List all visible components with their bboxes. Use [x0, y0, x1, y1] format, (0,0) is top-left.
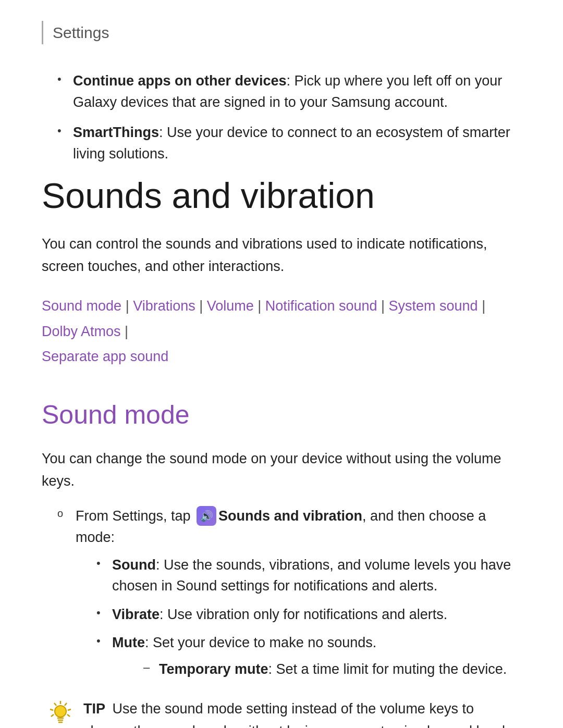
- svg-line-6: [54, 703, 56, 706]
- nav-link-system-sound[interactable]: System sound: [389, 298, 478, 314]
- nav-separator: |: [121, 324, 129, 339]
- nav-separator: |: [478, 298, 486, 314]
- bullet-text: : Use vibration only for notifications a…: [160, 607, 447, 622]
- bullet-label: SmartThings: [73, 125, 159, 140]
- page-container: Settings Continue apps on other devices:…: [0, 0, 563, 728]
- bullet-label: Vibrate: [112, 607, 160, 622]
- bullet-text: : Set your device to make no sounds.: [145, 635, 376, 650]
- inner-bullet-list: Sound: Use the sounds, vibrations, and v…: [76, 554, 521, 680]
- instruction-app-name: Sounds and vibration: [218, 508, 362, 524]
- nav-link-sound-mode[interactable]: Sound mode: [42, 298, 121, 314]
- main-section-description: You can control the sounds and vibration…: [42, 233, 521, 278]
- list-item: Vibrate: Use vibration only for notifica…: [96, 604, 521, 625]
- sounds-vibration-icon: [197, 506, 216, 526]
- list-item: Continue apps on other devices: Pick up …: [57, 70, 521, 113]
- circle-bullet-list: From Settings, tap Sounds and vibration,…: [42, 505, 521, 680]
- dash-label: Temporary mute: [159, 661, 268, 677]
- list-item: Mute: Set your device to make no sounds.…: [96, 632, 521, 680]
- instruction-prefix: From Settings, tap: [76, 508, 194, 524]
- tip-body: Use the sound mode setting instead of th…: [83, 701, 516, 728]
- dash-list: Temporary mute: Set a time limit for mut…: [112, 659, 521, 680]
- svg-line-4: [51, 714, 54, 717]
- svg-line-3: [67, 714, 70, 717]
- nav-separator: |: [377, 298, 389, 314]
- nav-separator: |: [195, 298, 207, 314]
- sound-mode-title: Sound mode: [42, 396, 521, 435]
- main-section-title: Sounds and vibration: [42, 175, 521, 217]
- svg-line-5: [50, 709, 53, 710]
- dash-list-item: Temporary mute: Set a time limit for mut…: [143, 659, 521, 680]
- bullet-text: : Use the sounds, vibrations, and volume…: [112, 557, 511, 594]
- svg-line-1: [65, 703, 67, 706]
- bullet-label: Continue apps on other devices: [73, 73, 287, 89]
- nav-link-separate-app-sound[interactable]: Separate app sound: [42, 349, 168, 364]
- bullet-label: Mute: [112, 635, 145, 650]
- lightbulb-svg: [47, 699, 74, 726]
- tip-box: TIP Use the sound mode setting instead o…: [42, 698, 521, 728]
- tip-text-content: TIP Use the sound mode setting instead o…: [83, 698, 521, 728]
- page-header: Settings: [42, 21, 521, 44]
- nav-separator: |: [121, 298, 133, 314]
- nav-link-notification-sound[interactable]: Notification sound: [265, 298, 377, 314]
- nav-links-container: Sound mode | Vibrations | Volume | Notif…: [42, 293, 521, 369]
- list-item: SmartThings: Use your device to connect …: [57, 122, 521, 164]
- tip-lightbulb-icon: [47, 699, 74, 726]
- sound-mode-description: You can change the sound mode on your de…: [42, 448, 521, 492]
- svg-line-2: [68, 709, 71, 710]
- bullet-label: Sound: [112, 557, 156, 573]
- tip-label: TIP: [83, 701, 105, 717]
- svg-point-7: [55, 706, 66, 717]
- dash-text: : Set a time limit for muting the device…: [268, 661, 507, 677]
- list-item: Sound: Use the sounds, vibrations, and v…: [96, 554, 521, 597]
- nav-link-volume[interactable]: Volume: [207, 298, 254, 314]
- intro-bullet-list: Continue apps on other devices: Pick up …: [42, 70, 521, 164]
- nav-separator: |: [254, 298, 265, 314]
- circle-list-item: From Settings, tap Sounds and vibration,…: [57, 505, 521, 680]
- nav-link-dolby-atmos[interactable]: Dolby Atmos: [42, 324, 121, 339]
- nav-link-vibrations[interactable]: Vibrations: [133, 298, 195, 314]
